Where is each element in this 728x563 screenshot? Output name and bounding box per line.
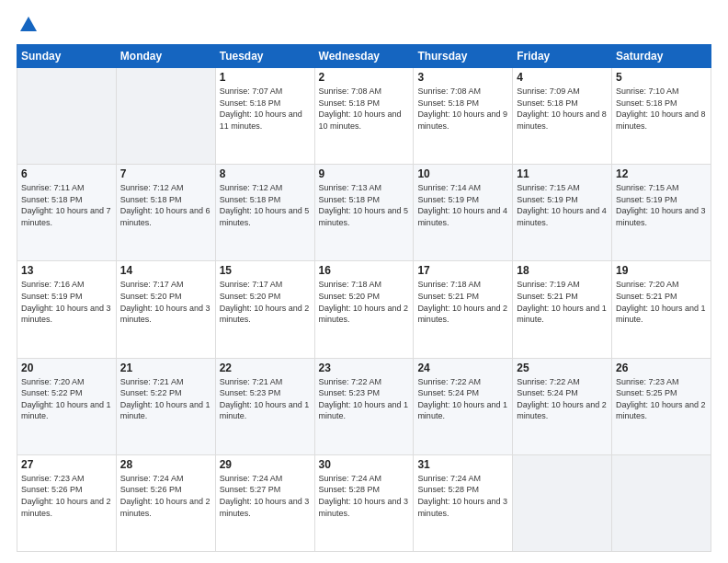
day-info: Sunrise: 7:20 AMSunset: 5:22 PMDaylight:… <box>21 377 111 421</box>
day-info: Sunrise: 7:08 AMSunset: 5:18 PMDaylight:… <box>417 86 507 131</box>
calendar-day-cell: 3 Sunrise: 7:08 AMSunset: 5:18 PMDayligh… <box>414 68 513 165</box>
calendar-day-cell: 29 Sunrise: 7:24 AMSunset: 5:27 PMDaylig… <box>215 454 314 551</box>
day-info: Sunrise: 7:13 AMSunset: 5:18 PMDaylight:… <box>319 183 409 227</box>
day-number: 17 <box>417 264 508 277</box>
calendar-day-cell: 17 Sunrise: 7:18 AMSunset: 5:21 PMDaylig… <box>414 261 513 358</box>
day-info: Sunrise: 7:09 AMSunset: 5:18 PMDaylight:… <box>517 86 607 131</box>
day-info: Sunrise: 7:10 AMSunset: 5:18 PMDaylight:… <box>616 86 706 131</box>
calendar-day-cell: 22 Sunrise: 7:21 AMSunset: 5:23 PMDaylig… <box>215 358 314 454</box>
day-number: 2 <box>319 71 410 84</box>
calendar-day-cell <box>513 454 612 551</box>
day-number: 22 <box>220 362 311 374</box>
weekday-header-cell: Sunday <box>17 45 117 68</box>
day-info: Sunrise: 7:20 AMSunset: 5:21 PMDaylight:… <box>616 280 706 324</box>
weekday-header-cell: Tuesday <box>215 45 314 68</box>
calendar-day-cell: 9 Sunrise: 7:13 AMSunset: 5:18 PMDayligh… <box>314 165 414 261</box>
calendar-week-row: 27 Sunrise: 7:23 AMSunset: 5:26 PMDaylig… <box>17 454 711 551</box>
day-number: 21 <box>120 362 211 374</box>
calendar-day-cell: 16 Sunrise: 7:18 AMSunset: 5:20 PMDaylig… <box>314 261 414 358</box>
day-number: 4 <box>517 71 608 84</box>
day-number: 12 <box>616 167 707 180</box>
day-number: 29 <box>220 458 311 471</box>
day-number: 8 <box>220 167 311 180</box>
calendar-week-row: 6 Sunrise: 7:11 AMSunset: 5:18 PMDayligh… <box>17 165 711 261</box>
day-info: Sunrise: 7:22 AMSunset: 5:24 PMDaylight:… <box>417 377 507 421</box>
day-info: Sunrise: 7:24 AMSunset: 5:28 PMDaylight:… <box>417 474 507 518</box>
day-info: Sunrise: 7:19 AMSunset: 5:21 PMDaylight:… <box>517 280 607 324</box>
calendar-week-row: 13 Sunrise: 7:16 AMSunset: 5:19 PMDaylig… <box>17 261 711 358</box>
day-number: 16 <box>319 264 410 277</box>
day-number: 15 <box>220 264 311 277</box>
day-number: 7 <box>120 167 211 180</box>
calendar-day-cell: 24 Sunrise: 7:22 AMSunset: 5:24 PMDaylig… <box>414 358 513 454</box>
calendar-day-cell: 30 Sunrise: 7:24 AMSunset: 5:28 PMDaylig… <box>314 454 414 551</box>
calendar-day-cell: 15 Sunrise: 7:17 AMSunset: 5:20 PMDaylig… <box>215 261 314 358</box>
calendar-day-cell: 27 Sunrise: 7:23 AMSunset: 5:26 PMDaylig… <box>17 454 117 551</box>
day-info: Sunrise: 7:12 AMSunset: 5:18 PMDaylight:… <box>220 183 310 227</box>
day-number: 30 <box>319 458 410 471</box>
day-number: 3 <box>417 71 508 84</box>
calendar-body: 1 Sunrise: 7:07 AMSunset: 5:18 PMDayligh… <box>17 68 711 552</box>
day-info: Sunrise: 7:18 AMSunset: 5:21 PMDaylight:… <box>417 280 507 324</box>
day-info: Sunrise: 7:22 AMSunset: 5:23 PMDaylight:… <box>319 377 409 421</box>
calendar-day-cell: 11 Sunrise: 7:15 AMSunset: 5:19 PMDaylig… <box>513 165 612 261</box>
calendar-day-cell: 19 Sunrise: 7:20 AMSunset: 5:21 PMDaylig… <box>612 261 711 358</box>
calendar-day-cell: 8 Sunrise: 7:12 AMSunset: 5:18 PMDayligh… <box>215 165 314 261</box>
day-number: 5 <box>616 71 707 84</box>
weekday-header-cell: Saturday <box>612 45 711 68</box>
day-number: 13 <box>21 264 112 277</box>
calendar-day-cell <box>612 454 711 551</box>
calendar-day-cell: 7 Sunrise: 7:12 AMSunset: 5:18 PMDayligh… <box>116 165 215 261</box>
day-number: 1 <box>220 71 311 84</box>
day-info: Sunrise: 7:15 AMSunset: 5:19 PMDaylight:… <box>616 183 706 227</box>
day-number: 18 <box>517 264 608 277</box>
calendar-day-cell: 5 Sunrise: 7:10 AMSunset: 5:18 PMDayligh… <box>612 68 711 165</box>
calendar-day-cell: 2 Sunrise: 7:08 AMSunset: 5:18 PMDayligh… <box>314 68 414 165</box>
calendar-week-row: 1 Sunrise: 7:07 AMSunset: 5:18 PMDayligh… <box>17 68 711 165</box>
calendar-day-cell: 21 Sunrise: 7:21 AMSunset: 5:22 PMDaylig… <box>116 358 215 454</box>
weekday-header-cell: Wednesday <box>314 45 414 68</box>
day-info: Sunrise: 7:24 AMSunset: 5:28 PMDaylight:… <box>319 474 409 518</box>
day-info: Sunrise: 7:11 AMSunset: 5:18 PMDaylight:… <box>21 183 111 227</box>
calendar-day-cell <box>17 68 117 165</box>
day-number: 9 <box>319 167 410 180</box>
calendar-day-cell: 28 Sunrise: 7:24 AMSunset: 5:26 PMDaylig… <box>116 454 215 551</box>
day-number: 28 <box>120 458 211 471</box>
calendar-week-row: 20 Sunrise: 7:20 AMSunset: 5:22 PMDaylig… <box>17 358 711 454</box>
calendar-day-cell: 25 Sunrise: 7:22 AMSunset: 5:24 PMDaylig… <box>513 358 612 454</box>
day-number: 27 <box>21 458 112 471</box>
calendar-day-cell: 26 Sunrise: 7:23 AMSunset: 5:25 PMDaylig… <box>612 358 711 454</box>
day-number: 26 <box>616 362 707 374</box>
day-info: Sunrise: 7:12 AMSunset: 5:18 PMDaylight:… <box>120 183 210 227</box>
day-number: 10 <box>417 167 508 180</box>
day-info: Sunrise: 7:24 AMSunset: 5:26 PMDaylight:… <box>120 474 210 518</box>
calendar-day-cell: 6 Sunrise: 7:11 AMSunset: 5:18 PMDayligh… <box>17 165 117 261</box>
day-info: Sunrise: 7:17 AMSunset: 5:20 PMDaylight:… <box>120 280 210 324</box>
day-info: Sunrise: 7:18 AMSunset: 5:20 PMDaylight:… <box>319 280 409 324</box>
day-number: 23 <box>319 362 410 374</box>
logo-icon <box>18 15 39 35</box>
calendar-day-cell: 13 Sunrise: 7:16 AMSunset: 5:19 PMDaylig… <box>17 261 117 358</box>
day-info: Sunrise: 7:08 AMSunset: 5:18 PMDaylight:… <box>319 86 402 131</box>
calendar-day-cell: 23 Sunrise: 7:22 AMSunset: 5:23 PMDaylig… <box>314 358 414 454</box>
calendar-day-cell: 18 Sunrise: 7:19 AMSunset: 5:21 PMDaylig… <box>513 261 612 358</box>
calendar-day-cell: 1 Sunrise: 7:07 AMSunset: 5:18 PMDayligh… <box>215 68 314 165</box>
header <box>17 15 711 35</box>
day-number: 14 <box>120 264 211 277</box>
weekday-header-row: SundayMondayTuesdayWednesdayThursdayFrid… <box>17 45 711 68</box>
weekday-header-cell: Friday <box>513 45 612 68</box>
day-info: Sunrise: 7:24 AMSunset: 5:27 PMDaylight:… <box>220 474 310 518</box>
calendar-day-cell: 31 Sunrise: 7:24 AMSunset: 5:28 PMDaylig… <box>414 454 513 551</box>
calendar-day-cell: 12 Sunrise: 7:15 AMSunset: 5:19 PMDaylig… <box>612 165 711 261</box>
weekday-header-cell: Thursday <box>414 45 513 68</box>
calendar-day-cell: 10 Sunrise: 7:14 AMSunset: 5:19 PMDaylig… <box>414 165 513 261</box>
day-info: Sunrise: 7:21 AMSunset: 5:22 PMDaylight:… <box>120 377 210 421</box>
day-info: Sunrise: 7:15 AMSunset: 5:19 PMDaylight:… <box>517 183 607 227</box>
day-number: 11 <box>517 167 608 180</box>
day-info: Sunrise: 7:17 AMSunset: 5:20 PMDaylight:… <box>220 280 310 324</box>
day-info: Sunrise: 7:21 AMSunset: 5:23 PMDaylight:… <box>220 377 310 421</box>
logo <box>17 15 39 35</box>
day-info: Sunrise: 7:23 AMSunset: 5:25 PMDaylight:… <box>616 377 706 421</box>
day-info: Sunrise: 7:22 AMSunset: 5:24 PMDaylight:… <box>517 377 607 421</box>
calendar-day-cell: 4 Sunrise: 7:09 AMSunset: 5:18 PMDayligh… <box>513 68 612 165</box>
